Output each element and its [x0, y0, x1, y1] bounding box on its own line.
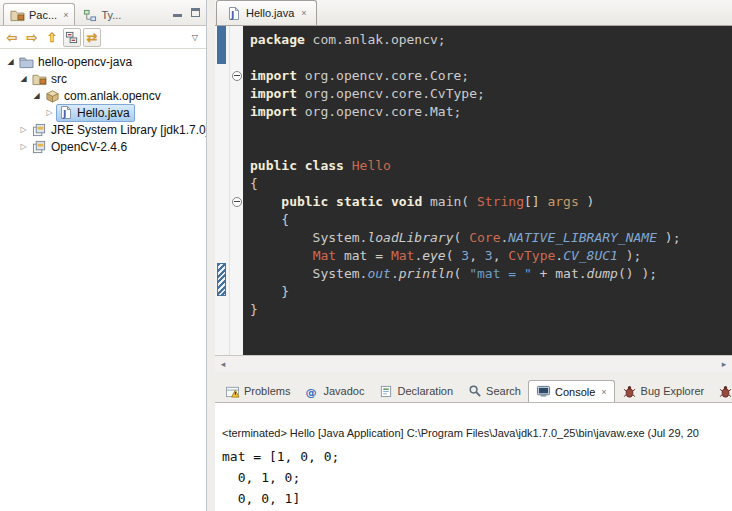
panel-controls [171, 6, 202, 17]
bottom-tab-label: Search [486, 385, 521, 397]
expander-expanded-icon[interactable]: ◢ [30, 91, 43, 100]
collapse-all-icon[interactable] [63, 28, 81, 47]
horizontal-scrollbar[interactable]: ◂ ▸ [215, 355, 732, 372]
expander-expanded-icon[interactable]: ◢ [17, 74, 30, 83]
library-icon [32, 122, 47, 137]
tree-item-package-com-anlak-opencv[interactable]: ◢com.anlak.opencv [0, 87, 206, 104]
fold-collapse-icon[interactable] [232, 71, 242, 81]
java-file-icon: J [226, 6, 241, 21]
package-explorer-panel: Pac...×Ty... ⇦ ⇨ ⇧ ⇄ ▽ ◢hello-opencv-jav… [0, 0, 207, 511]
expander-collapsed-icon[interactable]: ▷ [17, 142, 30, 151]
link-with-editor-icon[interactable]: ⇄ [83, 28, 101, 47]
bottom-tab-console[interactable]: Console× [528, 380, 615, 402]
console-view: <terminated> Hello [Java Application] C:… [215, 403, 732, 511]
tree-item-content: src [30, 70, 72, 88]
bottom-tab-label: Bug Explorer [641, 385, 705, 397]
close-icon[interactable]: × [601, 387, 606, 397]
code-line [250, 49, 732, 67]
bottom-view-stack: Problems@JavadocDeclarationSearchConsole… [215, 377, 732, 511]
console-status-line: <terminated> Hello [Java Application] C:… [222, 427, 732, 439]
expander-collapsed-icon[interactable]: ▷ [17, 125, 30, 134]
view-tabs: Pac...×Ty... [3, 0, 127, 25]
bottom-tab-search[interactable]: Search [460, 380, 528, 402]
bug-icon [718, 384, 732, 399]
code-line: } [250, 283, 732, 301]
package-explorer-icon [10, 7, 25, 22]
tree-item-label: src [51, 72, 67, 86]
tree-item-content: hello-opencv-java [17, 53, 137, 71]
tree-item-opencv-2-4-6[interactable]: ▷OpenCV-2.4.6 [0, 138, 206, 155]
bottom-tab-bug-2[interactable]: Bug [711, 380, 732, 402]
expander-collapsed-icon[interactable]: ▷ [43, 108, 56, 117]
tree-item-content: JHello.java [56, 104, 135, 122]
javadoc-icon: @ [304, 384, 319, 399]
tree-item-label: com.anlak.opencv [64, 89, 161, 103]
problems-icon [225, 384, 240, 399]
svg-text:@: @ [306, 385, 317, 397]
code-line: System.out.println( "mat = " + mat.dump(… [250, 265, 732, 283]
tree-item-jre-system-library[interactable]: ▷JRE System Library [jdk1.7.0_25] [0, 121, 206, 138]
code-line: { [250, 211, 732, 229]
tree-item-hello-java[interactable]: ▷JHello.java [0, 104, 206, 121]
type-hierarchy-icon [82, 8, 97, 23]
bottom-tab-javadoc[interactable]: @Javadoc [297, 380, 371, 402]
view-menu-icon[interactable]: ▽ [192, 33, 203, 42]
bottom-tab-label: Javadoc [323, 385, 364, 397]
code-line: System.loadLibrary( Core.NATIVE_LIBRARY_… [250, 229, 732, 247]
close-icon[interactable]: × [63, 10, 68, 20]
bottom-tab-declaration[interactable]: Declaration [371, 380, 460, 402]
bottom-tab-label: Problems [244, 385, 290, 397]
view-tab-package-explorer[interactable]: Pac...× [3, 3, 75, 25]
declaration-icon [378, 384, 393, 399]
expander-expanded-icon[interactable]: ◢ [4, 57, 17, 66]
tree-item-project-hello-opencv-java[interactable]: ◢hello-opencv-java [0, 53, 206, 70]
minimize-icon[interactable] [171, 6, 184, 17]
editor-tab-label: Hello.java [246, 7, 294, 19]
svg-text:J: J [230, 10, 234, 20]
tree-item-content: com.anlak.opencv [43, 87, 166, 105]
tree-item-label: JRE System Library [jdk1.7.0_25] [51, 123, 206, 137]
tree-item-label: OpenCV-2.4.6 [51, 140, 127, 154]
code-editor[interactable]: package com.anlak.opencv; import org.ope… [243, 26, 732, 355]
code-line: } [250, 301, 732, 319]
forward-arrow-icon[interactable]: ⇨ [23, 28, 41, 47]
editor-tab-hello-java[interactable]: J Hello.java × [216, 0, 317, 25]
maximize-icon[interactable] [189, 6, 202, 17]
scroll-track[interactable] [231, 356, 716, 372]
fold-collapse-icon[interactable] [232, 197, 242, 207]
bottom-tabbar: Problems@JavadocDeclarationSearchConsole… [215, 377, 732, 403]
search-icon [467, 384, 482, 399]
bug-icon [622, 384, 637, 399]
up-arrow-icon[interactable]: ⇧ [43, 28, 61, 47]
code-line: import org.opencv.core.Core; [250, 67, 732, 85]
code-line: public static void main( String[] args ) [250, 193, 732, 211]
svg-text:J: J [62, 109, 66, 119]
tree-item-content: OpenCV-2.4.6 [30, 138, 132, 156]
scroll-right-icon[interactable]: ▸ [716, 359, 732, 369]
back-arrow-icon[interactable]: ⇦ [3, 28, 21, 47]
editor-tabbar: J Hello.java × [215, 0, 732, 26]
code-line: import org.opencv.core.CvType; [250, 85, 732, 103]
view-tabbar: Pac...×Ty... [0, 0, 206, 26]
console-icon [536, 384, 551, 399]
java-project-icon [19, 54, 34, 69]
code-line [250, 139, 732, 157]
package-icon [45, 88, 60, 103]
tree-item-content: JRE System Library [jdk1.7.0_25] [30, 121, 206, 139]
view-tab-type-hierarchy[interactable]: Ty... [76, 5, 127, 25]
project-tree: ◢hello-opencv-java◢src◢com.anlak.opencv▷… [0, 50, 206, 511]
bottom-tab-bug-explorer[interactable]: Bug Explorer [615, 380, 712, 402]
range-indicator [217, 26, 226, 64]
annotation-ruler[interactable] [215, 26, 229, 355]
editor-body: package com.anlak.opencv; import org.ope… [215, 26, 732, 355]
source-folder-icon [32, 71, 47, 86]
library-icon [32, 139, 47, 154]
scroll-left-icon[interactable]: ◂ [215, 359, 231, 369]
close-icon[interactable]: × [301, 8, 306, 18]
code-line: Mat mat = Mat.eye( 3, 3, CvType.CV_8UC1 … [250, 247, 732, 265]
tree-item-src[interactable]: ◢src [0, 70, 206, 87]
console-output[interactable]: mat = [1, 0, 0; 0, 1, 0; 0, 0, 1] [222, 446, 732, 509]
code-line: public class Hello [250, 157, 732, 175]
bottom-tab-problems[interactable]: Problems [218, 380, 297, 402]
code-line: { [250, 175, 732, 193]
